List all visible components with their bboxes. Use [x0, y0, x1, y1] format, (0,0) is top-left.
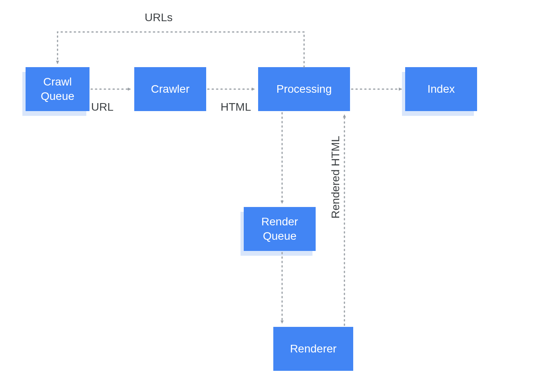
edge-label-urls: URLs [145, 11, 173, 24]
edge-label-html: HTML [221, 101, 251, 113]
crawl-queue-node: Crawl Queue [26, 67, 90, 111]
processing-node: Processing [258, 67, 350, 111]
crawl-render-index-diagram: Crawl Queue Crawler Processing Index Ren… [0, 0, 549, 392]
renderer-node: Renderer [273, 327, 353, 371]
crawler-node: Crawler [134, 67, 206, 111]
edge-processing-to-crawl-queue [58, 32, 304, 67]
edge-label-rendered-html: Rendered HTML [329, 136, 342, 219]
render-queue-node: Render Queue [244, 207, 316, 251]
edge-label-url: URL [91, 101, 113, 113]
index-node: Index [405, 67, 477, 111]
